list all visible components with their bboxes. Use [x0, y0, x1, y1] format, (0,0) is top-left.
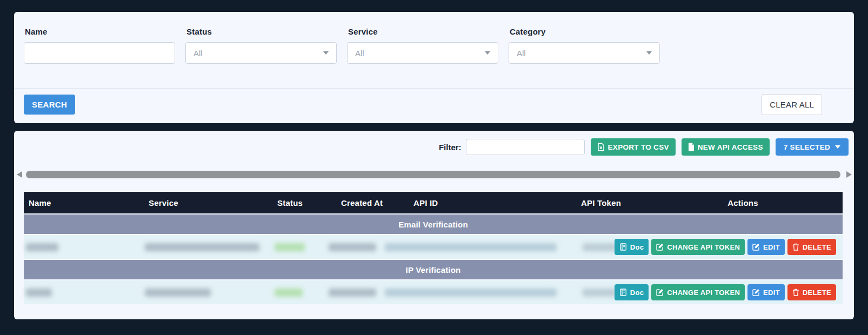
- redacted-name-cell: [26, 243, 58, 251]
- doc-label: Doc: [630, 289, 644, 297]
- column-header-service: Service: [144, 192, 272, 213]
- service-label: Service: [348, 27, 498, 36]
- name-field-group: Name: [24, 27, 175, 64]
- new-api-access-label: NEW API ACCESS: [698, 143, 763, 151]
- scroll-right-arrow-icon[interactable]: [846, 171, 852, 178]
- edit-square-icon: [656, 243, 664, 251]
- status-select-value: All: [193, 49, 203, 58]
- service-select[interactable]: All: [347, 42, 498, 64]
- panel-divider: [14, 88, 854, 89]
- table-row: Doc CHANGE API TOKEN EDIT: [24, 235, 843, 259]
- clear-all-button[interactable]: CLEAR ALL: [762, 94, 822, 115]
- edit-square-icon: [752, 289, 760, 296]
- service-field-group: Service All: [347, 27, 498, 64]
- category-select[interactable]: All: [509, 42, 660, 64]
- export-to-csv-label: EXPORT TO CSV: [608, 143, 669, 151]
- chevron-down-icon: [646, 51, 652, 55]
- horizontal-scrollbar: [14, 171, 854, 179]
- category-field-group: Category All: [509, 27, 660, 64]
- new-api-access-button[interactable]: NEW API ACCESS: [682, 138, 770, 156]
- group-header-email-verification: Email Verification: [24, 215, 843, 234]
- redacted-name-cell: [26, 289, 52, 297]
- redacted-service-cell: [145, 243, 259, 251]
- redacted-created-at-cell: [329, 243, 376, 251]
- doc-button[interactable]: Doc: [615, 284, 649, 300]
- search-button[interactable]: SEARCH: [24, 95, 75, 115]
- api-access-panel: Filter: EXPORT TO CSV NEW API ACCESS 7 S…: [14, 131, 854, 319]
- change-api-token-button[interactable]: CHANGE API TOKEN: [651, 284, 745, 300]
- column-header-status: Status: [272, 192, 336, 213]
- edit-square-icon: [752, 243, 760, 251]
- filter-label: Filter:: [439, 143, 462, 152]
- redacted-created-at-cell: [329, 289, 376, 297]
- export-to-csv-button[interactable]: EXPORT TO CSV: [591, 138, 676, 156]
- category-select-value: All: [517, 49, 526, 58]
- file-icon: [688, 143, 695, 151]
- table-filter-input[interactable]: [466, 139, 585, 155]
- edit-label: EDIT: [763, 289, 780, 297]
- change-api-token-label: CHANGE API TOKEN: [667, 243, 740, 251]
- trash-icon: [792, 289, 799, 296]
- edit-square-icon: [656, 289, 664, 296]
- status-select[interactable]: All: [185, 42, 337, 64]
- redacted-api-id-cell: [385, 289, 557, 297]
- delete-label: DELETE: [803, 289, 831, 297]
- column-header-actions: Actions: [643, 192, 843, 213]
- selected-dropdown-label: 7 SELECTED: [784, 143, 830, 151]
- service-select-value: All: [355, 49, 364, 58]
- book-icon: [619, 243, 627, 251]
- redacted-status-cell: [275, 289, 303, 297]
- edit-label: EDIT: [763, 243, 780, 251]
- status-field-group: Status All: [185, 27, 337, 64]
- column-header-name: Name: [24, 192, 144, 213]
- change-api-token-button[interactable]: CHANGE API TOKEN: [651, 239, 745, 255]
- delete-button[interactable]: DELETE: [787, 239, 836, 255]
- redacted-api-token-cell: [583, 289, 616, 297]
- page: { "filter_panel": { "name_label": "Name"…: [0, 0, 868, 335]
- doc-label: Doc: [630, 243, 644, 251]
- book-icon: [619, 289, 627, 296]
- name-input[interactable]: [24, 42, 175, 64]
- category-label: Category: [510, 27, 660, 36]
- selected-dropdown-button[interactable]: 7 SELECTED: [776, 138, 849, 156]
- row-actions: Doc CHANGE API TOKEN EDIT: [615, 284, 836, 300]
- redacted-api-id-cell: [385, 243, 557, 251]
- row-actions: Doc CHANGE API TOKEN EDIT: [615, 239, 836, 255]
- column-header-created-at: Created At: [336, 192, 409, 213]
- name-label: Name: [25, 27, 175, 36]
- table-row: Doc CHANGE API TOKEN EDIT: [24, 280, 843, 304]
- trash-icon: [792, 243, 799, 251]
- redacted-api-token-cell: [583, 243, 616, 251]
- delete-button[interactable]: DELETE: [787, 284, 836, 300]
- api-access-table: Name Service Status Created At API ID AP…: [24, 192, 843, 304]
- caret-down-icon: [835, 145, 840, 149]
- scrollbar-thumb[interactable]: [26, 171, 840, 178]
- delete-label: DELETE: [803, 243, 831, 251]
- table-toolbar: Filter: EXPORT TO CSV NEW API ACCESS 7 S…: [439, 138, 849, 156]
- edit-button[interactable]: EDIT: [747, 284, 785, 300]
- filter-panel: Name Status All Service All Category All: [14, 12, 854, 123]
- change-api-token-label: CHANGE API TOKEN: [667, 289, 740, 297]
- table-header-row: Name Service Status Created At API ID AP…: [24, 192, 843, 213]
- chevron-down-icon: [323, 51, 329, 55]
- redacted-status-cell: [275, 243, 305, 251]
- edit-button[interactable]: EDIT: [747, 239, 785, 255]
- doc-button[interactable]: Doc: [615, 239, 649, 255]
- filter-fields: Name Status All Service All Category All: [24, 27, 660, 64]
- excel-file-icon: [597, 143, 605, 151]
- redacted-service-cell: [145, 289, 211, 297]
- scroll-left-arrow-icon[interactable]: [17, 171, 22, 178]
- column-header-api-token: API Token: [576, 192, 643, 213]
- chevron-down-icon: [485, 51, 490, 55]
- status-label: Status: [186, 27, 337, 36]
- group-header-ip-verification: IP Verification: [24, 260, 843, 279]
- column-header-api-id: API ID: [409, 192, 576, 213]
